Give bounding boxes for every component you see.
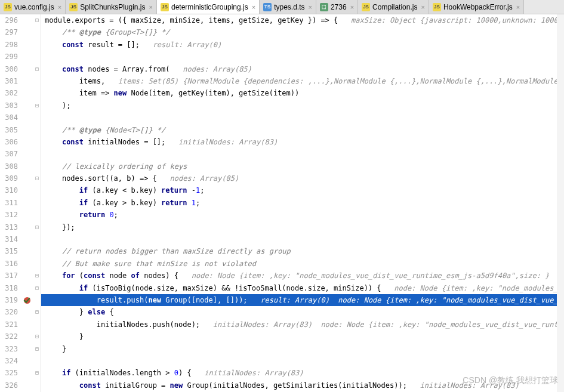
fold-icon[interactable]: ⊟ (33, 367, 41, 379)
close-icon[interactable]: × (308, 4, 312, 11)
gutter-row[interactable]: 313⊟ (0, 221, 41, 233)
fold-icon[interactable]: ⊟ (33, 172, 41, 184)
gutter-row[interactable]: 309⊟ (0, 172, 41, 184)
code-line[interactable]: for (const node of nodes) { node: Node {… (41, 270, 564, 282)
fold-icon[interactable]: ⊟ (33, 282, 41, 294)
tab-vue-config-js[interactable]: JSvue.config.js× (0, 0, 66, 14)
fold-icon[interactable]: ⊟ (33, 331, 41, 342)
code-line[interactable]: const initialGroup = new Group(initialNo… (41, 379, 564, 391)
close-icon[interactable]: × (252, 4, 255, 11)
gutter-row[interactable]: 317⊟ (0, 270, 41, 282)
tab-bar: JSvue.config.js×JSSplitChunksPlugin.js×J… (0, 0, 564, 14)
code-line[interactable]: const initialNodes = []; initialNodes: A… (41, 136, 564, 148)
code-line[interactable]: ); (41, 100, 564, 112)
gutter-row[interactable]: 315 (0, 245, 41, 257)
code-line[interactable]: } (41, 343, 564, 355)
line-number: 306 (0, 136, 20, 148)
fold-icon[interactable]: ⊟ (33, 343, 41, 355)
code-line[interactable]: module.exports = ({ maxSize, minSize, it… (41, 14, 564, 26)
code-line[interactable]: initialNodes.push(node); initialNodes: A… (41, 319, 564, 331)
tab-compilation-js[interactable]: JSCompilation.js× (358, 0, 429, 14)
code-line[interactable] (41, 51, 564, 63)
fold-icon[interactable]: ⊟ (33, 306, 41, 318)
line-number: 324 (0, 355, 20, 367)
gutter-row[interactable]: 323⊟ (0, 343, 41, 355)
line-number: 320 (0, 306, 20, 318)
gutter-row[interactable]: 299 (0, 51, 41, 63)
gutter-row[interactable]: 306 (0, 136, 41, 148)
line-number: 299 (0, 51, 20, 63)
gutter-row[interactable]: 297 (0, 26, 41, 38)
code-line[interactable]: if (a.key < b.key) return -1; (41, 184, 564, 196)
fold-icon[interactable]: ⊟ (33, 270, 41, 282)
gutter-row[interactable]: 326 (0, 379, 41, 391)
tab-splitchunksplugin-js[interactable]: JSSplitChunksPlugin.js× (66, 0, 157, 14)
code-line[interactable]: }); (41, 221, 564, 233)
close-icon[interactable]: × (149, 4, 153, 11)
code-line[interactable]: item => new Node(item, getKey(item), get… (41, 87, 564, 99)
code-line[interactable] (41, 355, 564, 367)
gutter-row[interactable]: 320⊟ (0, 306, 41, 318)
code-line[interactable]: /** @type {Group<T>[]} */ (41, 26, 564, 38)
gutter-row[interactable]: 301 (0, 75, 41, 87)
vertical-scrollbar[interactable] (557, 14, 564, 392)
gutter-row[interactable]: 303⊟ (0, 100, 41, 112)
close-icon[interactable]: × (516, 4, 520, 11)
code-line[interactable]: if (initialNodes.length > 0) { initialNo… (41, 367, 564, 379)
gutter-row[interactable]: 312 (0, 209, 41, 221)
fold-icon[interactable]: ⊟ (33, 63, 41, 75)
code-line[interactable]: if (a.key > b.key) return 1; (41, 197, 564, 209)
close-icon[interactable]: × (350, 4, 354, 11)
code-line[interactable] (41, 112, 564, 124)
close-icon[interactable]: × (58, 4, 61, 11)
code-line[interactable] (41, 233, 564, 245)
code-line[interactable] (41, 148, 564, 160)
gutter-row[interactable]: 310 (0, 184, 41, 196)
fold-icon[interactable]: ⊟ (33, 221, 41, 233)
code-line[interactable]: nodes.sort((a, b) => { nodes: Array(85) (41, 172, 564, 184)
code-line[interactable]: } (41, 331, 564, 342)
tab-hookwebpackerror-js[interactable]: JSHookWebpackError.js× (429, 0, 524, 14)
gutter-row[interactable]: 296⊟ (0, 14, 41, 26)
code-line[interactable]: return 0; (41, 209, 564, 221)
code-line[interactable]: items, items: Set(85) {NormalModule {dep… (41, 75, 564, 87)
line-number: 318 (0, 282, 20, 294)
gutter-row[interactable]: 314 (0, 233, 41, 245)
line-number: 308 (0, 160, 20, 172)
gutter-row[interactable]: 322⊟ (0, 331, 41, 342)
code-line[interactable]: // return nodes bigger than maxSize dire… (41, 245, 564, 257)
gutter-row[interactable]: 321 (0, 319, 41, 331)
gutter-row[interactable]: 304 (0, 112, 41, 124)
breakpoint-gutter[interactable] (20, 297, 33, 304)
code-area[interactable]: module.exports = ({ maxSize, minSize, it… (41, 14, 564, 392)
code-line[interactable]: // But make sure that minSize is not vio… (41, 258, 564, 270)
breakpoint-icon[interactable] (24, 297, 30, 304)
gutter-row[interactable]: 325⊟ (0, 367, 41, 379)
gutter-row[interactable]: 307 (0, 148, 41, 160)
gutter-row[interactable]: 311 (0, 197, 41, 209)
gutter-row[interactable]: 318⊟ (0, 282, 41, 294)
js-file-icon: JS (161, 3, 169, 11)
code-line[interactable]: const result = []; result: Array(0) (41, 39, 564, 51)
gutter-row[interactable]: 316 (0, 258, 41, 270)
line-number: 304 (0, 112, 20, 124)
code-line[interactable]: result.push(new Group([node], [])); resu… (41, 294, 564, 306)
tab-2736[interactable]: ⬚2736× (316, 0, 358, 14)
tab-types-d-ts[interactable]: TStypes.d.ts× (260, 0, 316, 14)
fold-icon[interactable]: ⊟ (33, 14, 41, 26)
gutter-row[interactable]: 324 (0, 355, 41, 367)
code-line[interactable]: } else { (41, 306, 564, 318)
tab-deterministicgrouping-js[interactable]: JSdeterministicGrouping.js× (157, 0, 260, 14)
gutter-row[interactable]: 305 (0, 124, 41, 136)
code-line[interactable]: const nodes = Array.from( nodes: Array(8… (41, 63, 564, 75)
close-icon[interactable]: × (421, 4, 424, 11)
gutter-row[interactable]: 298 (0, 39, 41, 51)
gutter-row[interactable]: 302 (0, 87, 41, 99)
code-line[interactable]: /** @type {Node<T>[]} */ (41, 124, 564, 136)
code-line[interactable]: // lexically ordering of keys (41, 160, 564, 172)
fold-icon[interactable]: ⊟ (33, 100, 41, 112)
gutter-row[interactable]: 300⊟ (0, 63, 41, 75)
gutter-row[interactable]: 319 (0, 294, 41, 306)
code-line[interactable]: if (isTooBig(node.size, maxSize) && !isT… (41, 282, 564, 294)
gutter-row[interactable]: 308 (0, 160, 41, 172)
